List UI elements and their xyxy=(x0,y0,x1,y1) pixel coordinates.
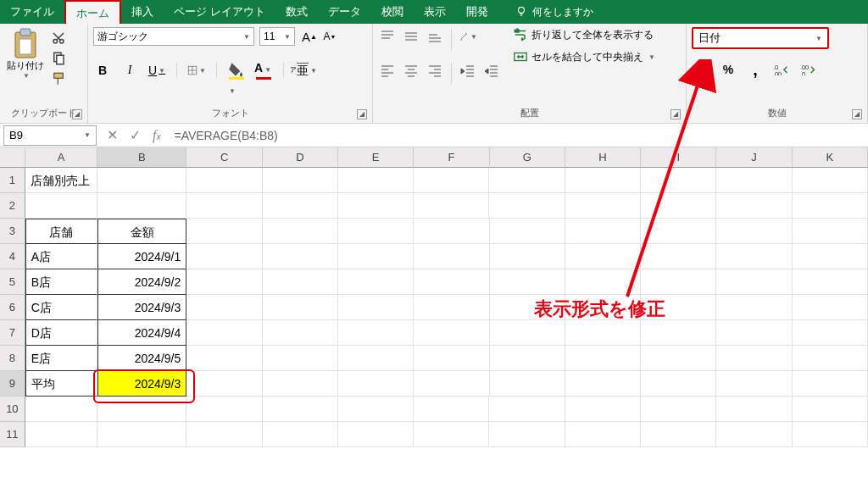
cell-A7[interactable]: D店 xyxy=(25,320,97,346)
cell-E6[interactable] xyxy=(338,295,414,320)
merge-center-button[interactable]: セルを結合して中央揃え ▼ xyxy=(513,49,655,64)
row-header-3[interactable]: 3 xyxy=(0,219,25,244)
cell-I2[interactable] xyxy=(641,193,716,219)
row-header-11[interactable]: 11 xyxy=(0,422,25,447)
underline-button[interactable]: U▼ xyxy=(147,61,166,80)
cell-A2[interactable] xyxy=(25,193,97,219)
decrease-decimal-button[interactable]: .00.0 xyxy=(800,61,819,78)
tab-review[interactable]: 校閲 xyxy=(371,0,414,24)
cell-I5[interactable] xyxy=(641,269,716,295)
cell-H11[interactable] xyxy=(565,422,641,447)
cell-K11[interactable] xyxy=(793,422,868,447)
align-right-button[interactable] xyxy=(426,61,444,80)
cell-G4[interactable] xyxy=(490,244,565,269)
orientation-button[interactable]: ▼ xyxy=(459,27,477,46)
cell-G8[interactable] xyxy=(490,346,565,371)
tab-file[interactable]: ファイル xyxy=(0,0,64,24)
cell-C6[interactable] xyxy=(186,295,262,320)
align-left-button[interactable] xyxy=(378,61,397,80)
cell-H8[interactable] xyxy=(565,346,641,371)
cell-E2[interactable] xyxy=(338,193,414,219)
cell-A6[interactable]: C店 xyxy=(25,295,97,320)
cell-C5[interactable] xyxy=(186,269,262,295)
align-middle-button[interactable] xyxy=(402,27,420,46)
row-header-5[interactable]: 5 xyxy=(0,269,25,295)
cell-C3[interactable] xyxy=(186,219,262,244)
cell-K4[interactable] xyxy=(793,244,868,269)
cell-K10[interactable] xyxy=(793,397,868,422)
decrease-font-button[interactable]: A▼ xyxy=(320,27,339,46)
cell-D1[interactable] xyxy=(263,168,338,193)
cell-G7[interactable] xyxy=(490,320,565,346)
cell-E9[interactable] xyxy=(338,371,414,397)
cell-J4[interactable] xyxy=(716,244,792,269)
formula-input[interactable]: =AVERAGE(B4:B8) xyxy=(167,127,868,144)
cell-B4[interactable]: 2024/9/1 xyxy=(97,244,186,269)
cell-C1[interactable] xyxy=(186,168,262,193)
cell-D10[interactable] xyxy=(263,397,338,422)
italic-button[interactable]: I xyxy=(120,61,139,80)
cell-I8[interactable] xyxy=(641,346,716,371)
cell-J5[interactable] xyxy=(716,269,792,295)
cell-K7[interactable] xyxy=(793,320,868,346)
cell-E3[interactable] xyxy=(338,219,414,244)
col-header-D[interactable]: D xyxy=(263,147,338,168)
cell-F1[interactable] xyxy=(414,168,489,193)
cell-A8[interactable]: E店 xyxy=(25,346,97,371)
col-header-I[interactable]: I xyxy=(641,147,716,168)
cell-K3[interactable] xyxy=(793,219,868,244)
font-size-select[interactable]: 11▼ xyxy=(259,27,295,46)
cell-J9[interactable] xyxy=(716,371,792,397)
increase-decimal-button[interactable]: .0.00 xyxy=(773,61,792,78)
font-name-select[interactable]: 游ゴシック▼ xyxy=(93,27,254,46)
cell-E7[interactable] xyxy=(338,320,414,346)
comma-style-button[interactable]: , xyxy=(746,61,765,78)
cell-H5[interactable] xyxy=(565,269,641,295)
cut-button[interactable] xyxy=(51,31,66,46)
cell-F8[interactable] xyxy=(414,346,489,371)
number-format-select[interactable]: 日付 ▼ xyxy=(692,27,829,49)
cell-J1[interactable] xyxy=(716,168,792,193)
cell-J3[interactable] xyxy=(716,219,792,244)
col-header-C[interactable]: C xyxy=(186,147,262,168)
row-header-9[interactable]: 9 xyxy=(0,371,25,397)
tab-insert[interactable]: 挿入 xyxy=(121,0,164,24)
tab-formulas[interactable]: 数式 xyxy=(275,0,318,24)
col-header-J[interactable]: J xyxy=(716,147,792,168)
cell-B1[interactable] xyxy=(97,168,186,193)
cell-K5[interactable] xyxy=(793,269,868,295)
cell-I10[interactable] xyxy=(641,397,716,422)
row-header-8[interactable]: 8 xyxy=(0,346,25,371)
col-header-K[interactable]: K xyxy=(793,147,868,168)
fill-color-button[interactable]: ▼ xyxy=(227,61,246,80)
wrap-text-button[interactable]: ab 折り返して全体を表示する xyxy=(513,27,655,42)
cell-D11[interactable] xyxy=(263,422,338,447)
tab-view[interactable]: 表示 xyxy=(414,0,456,24)
cell-F3[interactable] xyxy=(414,219,489,244)
font-color-button[interactable]: A▼ xyxy=(254,61,273,80)
cell-B8[interactable]: 2024/9/5 xyxy=(97,346,186,371)
tab-page-layout[interactable]: ページ レイアウト xyxy=(164,0,275,24)
tab-data[interactable]: データ xyxy=(318,0,371,24)
cell-G2[interactable] xyxy=(489,193,565,219)
cell-E10[interactable] xyxy=(338,397,414,422)
bold-button[interactable]: B xyxy=(93,61,112,80)
cell-D2[interactable] xyxy=(263,193,338,219)
cell-B10[interactable] xyxy=(97,397,186,422)
select-all-corner[interactable] xyxy=(0,147,25,168)
increase-font-button[interactable]: A▲ xyxy=(300,27,319,46)
row-header-2[interactable]: 2 xyxy=(0,193,25,219)
col-header-G[interactable]: G xyxy=(490,147,565,168)
cell-C7[interactable] xyxy=(186,320,262,346)
cell-F10[interactable] xyxy=(414,397,489,422)
font-launcher-icon[interactable]: ◢ xyxy=(357,109,367,119)
cell-A9[interactable]: 平均 xyxy=(25,371,97,397)
cell-H7[interactable] xyxy=(565,320,641,346)
cell-B6[interactable]: 2024/9/3 xyxy=(97,295,186,320)
cell-A11[interactable] xyxy=(25,422,97,447)
cell-E4[interactable] xyxy=(338,244,414,269)
cell-E8[interactable] xyxy=(338,346,414,371)
cell-C11[interactable] xyxy=(186,422,262,447)
cell-F6[interactable] xyxy=(414,295,489,320)
cell-D6[interactable] xyxy=(263,295,338,320)
